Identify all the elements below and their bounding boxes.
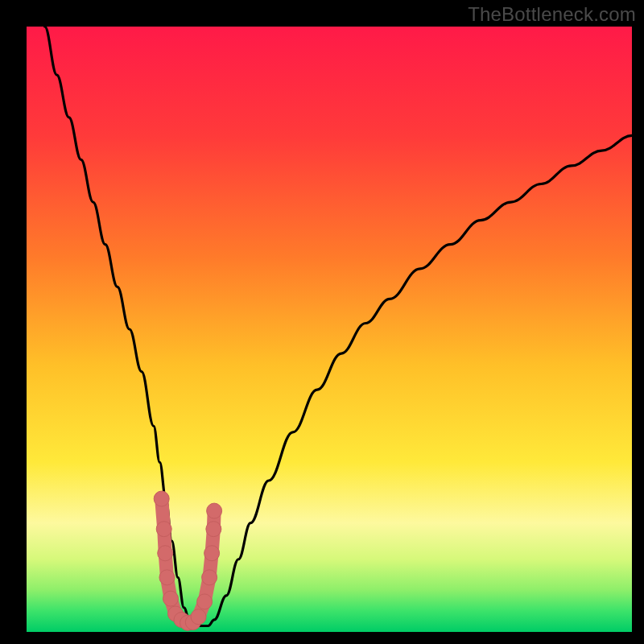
highlight-point xyxy=(158,546,173,561)
highlight-point xyxy=(159,570,175,585)
plot-area xyxy=(27,27,632,632)
watermark-text: TheBottleneck.com xyxy=(468,3,636,26)
highlight-point xyxy=(206,522,221,537)
highlight-point xyxy=(197,594,213,609)
highlight-point xyxy=(202,570,217,585)
highlight-point xyxy=(191,609,206,625)
highlight-point xyxy=(204,546,220,561)
highlight-point xyxy=(207,503,222,518)
highlight-point xyxy=(156,522,171,537)
highlight-point xyxy=(154,491,169,506)
chart-container: TheBottleneck.com xyxy=(0,0,644,644)
gradient-background xyxy=(27,27,632,632)
chart-svg xyxy=(27,27,632,632)
highlight-point xyxy=(163,591,178,606)
